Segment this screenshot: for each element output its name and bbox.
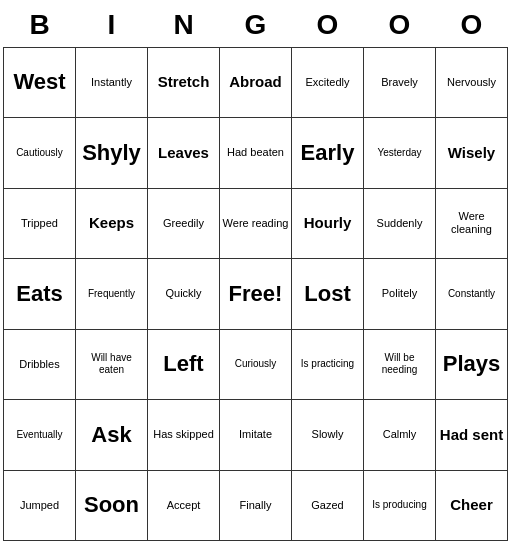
bingo-row-0: WestInstantlyStretchAbroadExcitedlyBrave… (4, 47, 508, 118)
bingo-row-6: JumpedSoonAcceptFinallyGazedIs producing… (4, 470, 508, 541)
bingo-cell-6-3: Finally (220, 470, 292, 541)
bingo-cell-4-6: Plays (436, 329, 508, 400)
bingo-cell-3-1: Frequently (76, 259, 148, 330)
bingo-cell-5-3: Imitate (220, 400, 292, 471)
bingo-cell-5-6: Had sent (436, 400, 508, 471)
bingo-cell-0-2: Stretch (148, 47, 220, 118)
bingo-cell-2-6: Were cleaning (436, 188, 508, 259)
bingo-header-N: N (148, 3, 220, 47)
bingo-cell-6-2: Accept (148, 470, 220, 541)
bingo-cell-4-1: Will have eaten (76, 329, 148, 400)
bingo-cell-6-4: Gazed (292, 470, 364, 541)
bingo-cell-5-0: Eventually (4, 400, 76, 471)
bingo-cell-1-1: Shyly (76, 118, 148, 189)
bingo-cell-1-6: Wisely (436, 118, 508, 189)
bingo-cell-3-5: Politely (364, 259, 436, 330)
bingo-cell-2-0: Tripped (4, 188, 76, 259)
bingo-cell-1-2: Leaves (148, 118, 220, 189)
bingo-cell-0-3: Abroad (220, 47, 292, 118)
bingo-cell-1-3: Had beaten (220, 118, 292, 189)
bingo-cell-2-1: Keeps (76, 188, 148, 259)
bingo-cell-6-1: Soon (76, 470, 148, 541)
bingo-cell-4-4: Is practicing (292, 329, 364, 400)
bingo-cell-1-0: Cautiously (4, 118, 76, 189)
bingo-cell-3-6: Constantly (436, 259, 508, 330)
bingo-cell-3-2: Quickly (148, 259, 220, 330)
bingo-cell-0-5: Bravely (364, 47, 436, 118)
bingo-cell-6-0: Jumped (4, 470, 76, 541)
bingo-cell-3-3: Free! (220, 259, 292, 330)
bingo-cell-2-4: Hourly (292, 188, 364, 259)
bingo-cell-5-4: Slowly (292, 400, 364, 471)
bingo-cell-5-2: Has skipped (148, 400, 220, 471)
bingo-cell-2-3: Were reading (220, 188, 292, 259)
bingo-cell-4-2: Left (148, 329, 220, 400)
bingo-row-1: CautiouslyShylyLeavesHad beatenEarlyYest… (4, 118, 508, 189)
bingo-cell-0-4: Excitedly (292, 47, 364, 118)
bingo-cell-3-4: Lost (292, 259, 364, 330)
bingo-header-G: G (220, 3, 292, 47)
bingo-header-I: I (76, 3, 148, 47)
bingo-row-3: EatsFrequentlyQuicklyFree!LostPolitelyCo… (4, 259, 508, 330)
bingo-cell-5-1: Ask (76, 400, 148, 471)
bingo-cell-0-0: West (4, 47, 76, 118)
bingo-card: BINGOOO WestInstantlyStretchAbroadExcite… (3, 3, 508, 541)
bingo-cell-2-5: Suddenly (364, 188, 436, 259)
bingo-header-O: O (364, 3, 436, 47)
bingo-cell-4-3: Curiously (220, 329, 292, 400)
bingo-cell-1-4: Early (292, 118, 364, 189)
bingo-cell-6-5: Is producing (364, 470, 436, 541)
bingo-header-O: O (292, 3, 364, 47)
bingo-cell-5-5: Calmly (364, 400, 436, 471)
bingo-cell-0-6: Nervously (436, 47, 508, 118)
bingo-cell-4-5: Will be needing (364, 329, 436, 400)
bingo-cell-1-5: Yesterday (364, 118, 436, 189)
bingo-cell-4-0: Dribbles (4, 329, 76, 400)
bingo-cell-2-2: Greedily (148, 188, 220, 259)
bingo-cell-0-1: Instantly (76, 47, 148, 118)
bingo-row-2: TrippedKeepsGreedilyWere readingHourlySu… (4, 188, 508, 259)
bingo-cell-6-6: Cheer (436, 470, 508, 541)
bingo-row-4: DribblesWill have eatenLeftCuriouslyIs p… (4, 329, 508, 400)
bingo-row-5: EventuallyAskHas skippedImitateSlowlyCal… (4, 400, 508, 471)
bingo-header-B: B (4, 3, 76, 47)
bingo-header-O: O (436, 3, 508, 47)
bingo-cell-3-0: Eats (4, 259, 76, 330)
